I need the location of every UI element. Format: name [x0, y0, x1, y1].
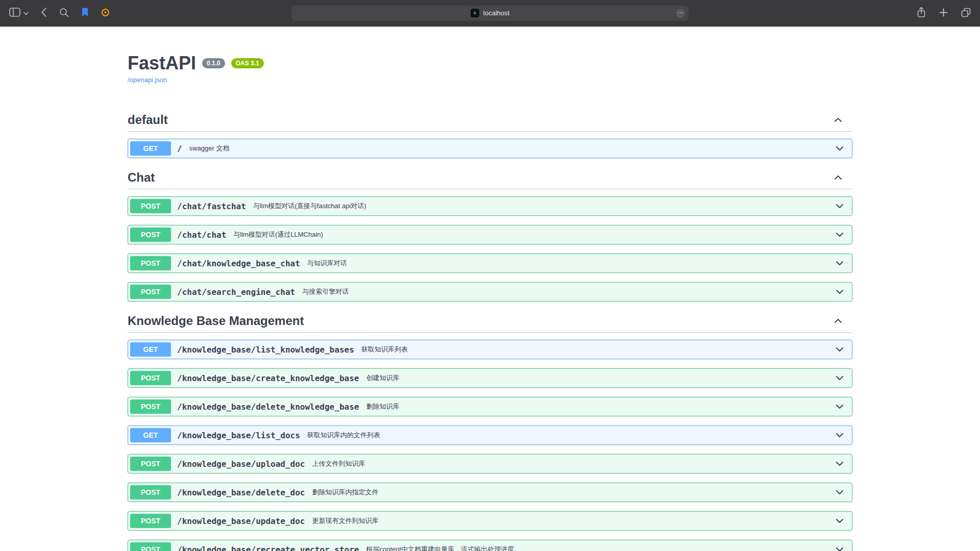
- method-badge: POST: [130, 542, 171, 551]
- method-badge: POST: [130, 371, 171, 385]
- share-button[interactable]: [917, 7, 926, 19]
- endpoint-description: 与llm模型对话(直接与fastchat api对话): [253, 202, 835, 211]
- endpoint-row[interactable]: POST /knowledge_base/delete_knowledge_ba…: [128, 397, 852, 416]
- show-tabs-button[interactable]: [961, 8, 971, 19]
- section-header[interactable]: Chat: [128, 167, 852, 189]
- method-badge: GET: [130, 141, 171, 156]
- expand-chevron-icon[interactable]: [835, 544, 845, 551]
- browser-toolbar: localhost ⋯: [0, 0, 980, 27]
- endpoint-row[interactable]: GET / swagger 文档: [128, 139, 852, 158]
- expand-chevron-icon[interactable]: [835, 258, 845, 268]
- expand-chevron-icon[interactable]: [835, 516, 845, 526]
- endpoint-row[interactable]: GET /knowledge_base/list_knowledge_bases…: [128, 340, 852, 359]
- method-badge: POST: [130, 256, 171, 270]
- expand-chevron-icon[interactable]: [835, 487, 845, 497]
- expand-chevron-icon[interactable]: [835, 287, 845, 297]
- expand-chevron-icon[interactable]: [835, 201, 845, 211]
- section-title: Knowledge Base Management: [128, 314, 833, 328]
- expand-chevron-icon[interactable]: [835, 230, 845, 240]
- endpoint-path: /knowledge_base/delete_knowledge_base: [177, 402, 359, 412]
- endpoint-row[interactable]: POST /chat/knowledge_base_chat 与知识库对话: [128, 254, 852, 273]
- endpoint-row[interactable]: POST /knowledge_base/update_doc 更新现有文件到知…: [128, 511, 852, 531]
- method-badge: POST: [130, 457, 171, 471]
- collapse-chevron-icon[interactable]: [833, 172, 843, 183]
- chevron-down-icon: [23, 9, 29, 17]
- endpoint-list: POST /chat/fastchat 与llm模型对话(直接与fastchat…: [128, 189, 852, 302]
- url-text: localhost: [483, 9, 509, 17]
- address-bar[interactable]: localhost ⋯: [291, 6, 689, 21]
- endpoint-path: /chat/knowledge_base_chat: [177, 259, 300, 268]
- endpoint-description: 更新现有文件到知识库: [312, 516, 835, 525]
- version-badge: 0.1.0: [202, 58, 225, 68]
- endpoint-description: 获取知识库内的文件列表: [307, 431, 835, 440]
- endpoint-path: /knowledge_base/recreate_vector_store: [177, 545, 359, 551]
- section-title: default: [128, 113, 833, 127]
- endpoint-description: 与搜索引擎对话: [302, 287, 835, 296]
- endpoint-row[interactable]: POST /knowledge_base/upload_doc 上传文件到知识库: [128, 454, 852, 473]
- endpoint-row[interactable]: POST /knowledge_base/create_knowledge_ba…: [128, 368, 852, 388]
- endpoint-description: 删除知识库: [366, 402, 835, 411]
- blue-bookmark-icon: [81, 8, 89, 18]
- chevron-left-icon: [41, 7, 47, 19]
- toolbar-left-group: [9, 7, 110, 19]
- search-button[interactable]: [59, 8, 69, 19]
- endpoint-description: swagger 文档: [189, 144, 835, 153]
- method-badge: POST: [130, 285, 171, 299]
- endpoint-list: GET /knowledge_base/list_knowledge_bases…: [128, 333, 852, 551]
- endpoint-path: /knowledge_base/list_knowledge_bases: [177, 345, 354, 355]
- method-badge: POST: [130, 485, 171, 499]
- expand-chevron-icon[interactable]: [835, 402, 845, 412]
- extension-blue-button[interactable]: [81, 8, 89, 18]
- search-icon: [59, 8, 69, 19]
- endpoint-path: /chat/search_engine_chat: [177, 287, 295, 297]
- orange-record-icon: [101, 8, 110, 18]
- endpoint-path: /knowledge_base/delete_doc: [177, 488, 305, 497]
- section-title: Chat: [128, 170, 833, 185]
- collapse-chevron-icon[interactable]: [833, 115, 843, 125]
- method-badge: GET: [130, 342, 171, 357]
- site-favicon-icon: [471, 9, 479, 17]
- method-badge: POST: [130, 228, 171, 242]
- endpoint-row[interactable]: POST /chat/fastchat 与llm模型对话(直接与fastchat…: [128, 196, 852, 216]
- endpoint-path: /chat/chat: [177, 230, 226, 240]
- method-badge: POST: [130, 514, 171, 528]
- sidebar-chevron-button[interactable]: [23, 9, 29, 17]
- swagger-page: FastAPI 0.1.0 OAS 3.1 /openapi.json defa…: [128, 27, 852, 551]
- endpoint-row[interactable]: POST /chat/search_engine_chat 与搜索引擎对话: [128, 282, 852, 302]
- endpoint-description: 删除知识库内指定文件: [312, 488, 835, 497]
- endpoint-path: /knowledge_base/update_doc: [177, 516, 305, 526]
- collapse-chevron-icon[interactable]: [833, 316, 843, 326]
- new-tab-button[interactable]: [939, 8, 948, 18]
- endpoint-row[interactable]: POST /chat/chat 与llm模型对话(通过LLMChain): [128, 225, 852, 244]
- endpoint-row[interactable]: POST /knowledge_base/delete_doc 删除知识库内指定…: [128, 483, 852, 502]
- sections-container: default GET / swagger 文档 Chat POST /chat…: [128, 110, 852, 551]
- oas-badge: OAS 3.1: [231, 58, 264, 68]
- openapi-json-link[interactable]: /openapi.json: [128, 76, 167, 84]
- api-section: Chat POST /chat/fastchat 与llm模型对话(直接与fas…: [128, 167, 852, 302]
- section-header[interactable]: Knowledge Base Management: [128, 311, 852, 333]
- endpoint-description: 与llm模型对话(通过LLMChain): [233, 230, 835, 239]
- share-icon: [917, 7, 926, 19]
- expand-chevron-icon[interactable]: [835, 373, 845, 383]
- expand-chevron-icon[interactable]: [835, 143, 845, 154]
- endpoint-description: 上传文件到知识库: [312, 459, 835, 468]
- back-button[interactable]: [41, 7, 47, 19]
- expand-chevron-icon[interactable]: [835, 459, 845, 469]
- method-badge: POST: [130, 399, 171, 414]
- section-header[interactable]: default: [128, 110, 852, 132]
- endpoint-description: 与知识库对话: [307, 259, 835, 268]
- expand-chevron-icon[interactable]: [835, 430, 845, 440]
- api-section: default GET / swagger 文档: [128, 110, 852, 158]
- plus-icon: [939, 8, 948, 18]
- sidebar-icon: [9, 8, 20, 18]
- endpoint-path: /chat/fastchat: [177, 202, 246, 211]
- endpoint-row[interactable]: POST /knowledge_base/recreate_vector_sto…: [128, 540, 852, 551]
- endpoint-row[interactable]: GET /knowledge_base/list_docs 获取知识库内的文件列…: [128, 425, 852, 445]
- ellipsis-icon[interactable]: ⋯: [676, 9, 685, 18]
- extension-orange-button[interactable]: [101, 8, 110, 18]
- sidebar-toggle-button[interactable]: [9, 8, 20, 18]
- endpoint-description: 获取知识库列表: [361, 345, 835, 354]
- expand-chevron-icon[interactable]: [835, 344, 845, 355]
- tabs-overview-icon: [961, 8, 971, 19]
- endpoint-list: GET / swagger 文档: [128, 132, 852, 158]
